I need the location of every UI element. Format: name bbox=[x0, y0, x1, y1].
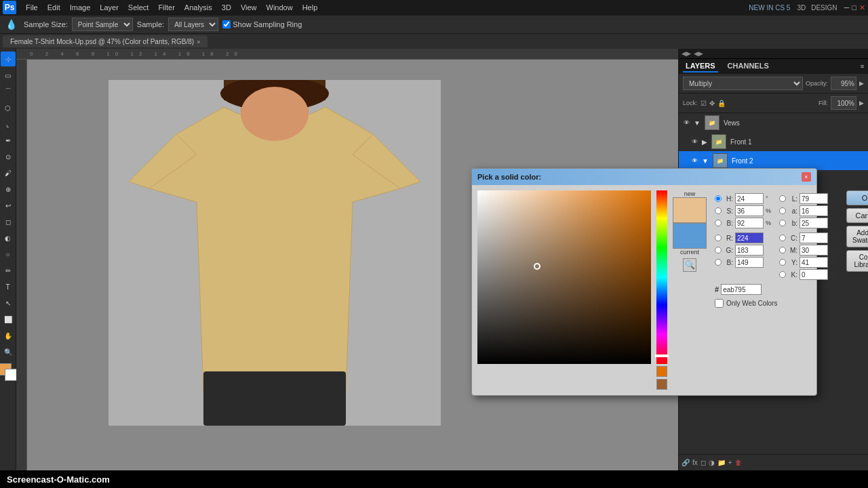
dialog-close-btn[interactable]: × bbox=[802, 172, 811, 182]
extra-swatch-2[interactable] bbox=[656, 379, 667, 390]
tool-lasso[interactable]: ⌒ bbox=[1, 84, 16, 99]
doc-tab[interactable]: Female T-Shirt Mock-Up.psd @ 47% (Color … bbox=[3, 35, 208, 47]
new-color-swatch[interactable] bbox=[673, 197, 707, 223]
tool-stamp[interactable]: ⊕ bbox=[1, 182, 16, 197]
tool-pen[interactable]: ✏ bbox=[1, 263, 16, 278]
menu-file[interactable]: File bbox=[22, 2, 42, 13]
field-input-y[interactable]: 41 bbox=[800, 257, 828, 268]
menu-layer[interactable]: Layer bbox=[96, 2, 123, 13]
tool-shape[interactable]: ⬜ bbox=[1, 312, 16, 327]
close-btn[interactable]: ✕ bbox=[859, 3, 865, 12]
tool-brush[interactable]: 🖌 bbox=[1, 165, 16, 180]
eye-front1[interactable]: 👁 bbox=[690, 137, 699, 146]
field-input-b-lab[interactable]: 25 bbox=[800, 218, 828, 228]
panel-menu-icon[interactable]: ≡ bbox=[861, 63, 864, 70]
maximize-btn[interactable]: □ bbox=[852, 3, 856, 12]
tool-crop[interactable]: ⌞ bbox=[1, 117, 16, 131]
menu-analysis[interactable]: Analysis bbox=[180, 2, 216, 13]
field-input-b-hsb[interactable]: 92 bbox=[735, 218, 764, 228]
minimize-btn[interactable]: ─ bbox=[844, 3, 850, 12]
document-canvas[interactable] bbox=[108, 80, 441, 426]
tool-dodge[interactable]: ○ bbox=[1, 247, 16, 262]
menu-edit[interactable]: Edit bbox=[43, 2, 64, 13]
menu-select[interactable]: Select bbox=[124, 2, 153, 13]
tool-gradient[interactable]: ◐ bbox=[1, 230, 16, 245]
tool-quick-select[interactable]: ⬡ bbox=[1, 100, 16, 115]
color-libraries-button[interactable]: Color Libraries bbox=[846, 250, 868, 272]
fill-arrow[interactable]: ▶ bbox=[859, 100, 864, 106]
tool-eraser[interactable]: ◻ bbox=[1, 214, 16, 229]
expand-front1[interactable]: ▶ bbox=[702, 138, 707, 146]
opacity-input[interactable]: 95% bbox=[831, 77, 856, 90]
radio-h[interactable] bbox=[715, 195, 722, 202]
tool-move[interactable]: ⊹ bbox=[1, 52, 16, 66]
panel-expand-icon[interactable]: ◀▶ bbox=[694, 50, 703, 57]
eye-vews[interactable]: 👁 bbox=[682, 118, 691, 127]
expand-vews[interactable]: ▼ bbox=[694, 119, 701, 127]
only-web-colors-checkbox[interactable] bbox=[715, 299, 724, 308]
sample-size-select[interactable]: Point Sample bbox=[72, 18, 133, 31]
opacity-arrow[interactable]: ▶ bbox=[859, 80, 864, 87]
panel-group-icon[interactable]: 📁 bbox=[717, 459, 726, 466]
field-input-r[interactable] bbox=[735, 232, 764, 243]
radio-m[interactable] bbox=[779, 247, 786, 253]
lock-move-icon[interactable]: ✥ bbox=[709, 100, 715, 107]
add-to-swatches-button[interactable]: Add To Swatches bbox=[846, 226, 868, 247]
field-input-s[interactable]: 36 bbox=[735, 205, 764, 216]
menu-filter[interactable]: Filter bbox=[154, 2, 178, 13]
menu-window[interactable]: Window bbox=[262, 2, 297, 13]
field-input-m[interactable]: 30 bbox=[800, 245, 828, 256]
field-input-k[interactable]: 0 bbox=[800, 269, 828, 280]
menu-3d[interactable]: 3D bbox=[218, 2, 235, 13]
lock-check-icon[interactable]: ☑ bbox=[701, 100, 707, 107]
tool-zoom[interactable]: 🔍 bbox=[1, 344, 16, 359]
hue-strip[interactable] bbox=[656, 190, 667, 364]
field-input-g[interactable]: 183 bbox=[735, 245, 764, 256]
lock-all-icon[interactable]: 🔒 bbox=[717, 100, 726, 107]
radio-b-hsb[interactable] bbox=[715, 220, 722, 226]
gradient-background[interactable] bbox=[477, 190, 651, 364]
layer-front2[interactable]: 👁 ▼ 📁 Front 2 bbox=[679, 151, 868, 170]
ok-button[interactable]: OK bbox=[846, 190, 868, 205]
radio-y[interactable] bbox=[779, 259, 786, 266]
tab-close-btn[interactable]: × bbox=[197, 39, 200, 45]
layer-front1[interactable]: 👁 ▶ 📁 Front 1 bbox=[679, 132, 868, 151]
radio-g[interactable] bbox=[715, 247, 722, 253]
show-sampling-ring-label[interactable]: Show Sampling Ring bbox=[222, 20, 302, 28]
show-sampling-ring-checkbox[interactable] bbox=[222, 20, 231, 28]
field-input-c[interactable]: 7 bbox=[800, 232, 828, 243]
color-gradient-picker[interactable] bbox=[477, 190, 651, 364]
extra-swatch-1[interactable] bbox=[656, 366, 667, 377]
menu-view[interactable]: View bbox=[237, 2, 261, 13]
radio-r[interactable] bbox=[715, 235, 722, 241]
menu-image[interactable]: Image bbox=[66, 2, 95, 13]
cancel-button[interactable]: Cancel bbox=[846, 208, 868, 223]
panel-adj-icon[interactable]: ◑ bbox=[709, 459, 715, 466]
panel-link-icon[interactable]: 🔗 bbox=[682, 459, 690, 466]
tool-hand[interactable]: ✋ bbox=[1, 328, 16, 343]
magnifier-icon-btn[interactable]: 🔍 bbox=[683, 258, 696, 272]
tool-path-select[interactable]: ↖ bbox=[1, 296, 16, 310]
panel-fx-icon[interactable]: fx bbox=[692, 459, 698, 466]
field-input-b-rgb[interactable]: 149 bbox=[735, 257, 764, 268]
radio-s[interactable] bbox=[715, 207, 722, 214]
radio-b-rgb[interactable] bbox=[715, 259, 722, 266]
field-input-l[interactable]: 79 bbox=[800, 193, 828, 204]
eye-front2[interactable]: 👁 bbox=[690, 156, 699, 165]
channels-tab[interactable]: CHANNELS bbox=[725, 60, 772, 73]
tool-history[interactable]: ↩ bbox=[1, 198, 16, 213]
fill-input[interactable]: 100% bbox=[831, 96, 856, 110]
background-swatch[interactable] bbox=[5, 369, 17, 381]
layer-vews[interactable]: 👁 ▼ 📁 Vews bbox=[679, 113, 868, 132]
tool-spot-heal[interactable]: ⊙ bbox=[1, 149, 16, 164]
field-input-h[interactable]: 24 bbox=[735, 193, 764, 204]
radio-l[interactable] bbox=[779, 195, 786, 202]
panel-delete-icon[interactable]: 🗑 bbox=[735, 459, 742, 466]
tool-eyedropper[interactable]: ✒ bbox=[1, 133, 16, 148]
radio-a[interactable] bbox=[779, 207, 786, 214]
field-input-a[interactable]: 16 bbox=[800, 205, 828, 216]
tool-text[interactable]: T bbox=[1, 279, 16, 294]
panel-collapse-icon[interactable]: ◀▶ bbox=[682, 50, 691, 57]
hex-input[interactable]: eab795 bbox=[721, 284, 762, 295]
radio-c[interactable] bbox=[779, 235, 786, 241]
